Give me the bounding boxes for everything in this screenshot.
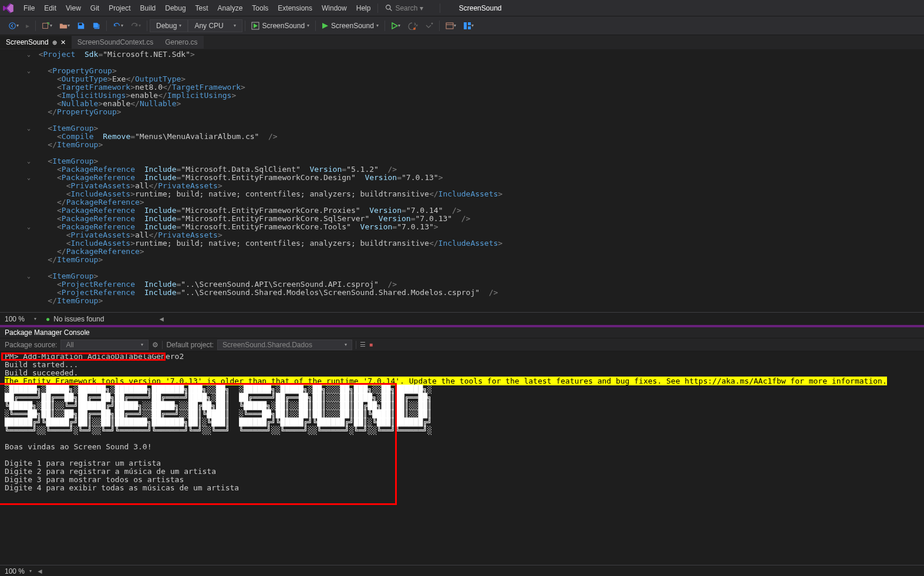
tab-screensound[interactable]: ScreenSound ⊕ ✕ bbox=[0, 36, 72, 49]
separator bbox=[377, 4, 378, 13]
start-without-debug-button[interactable]: ScreenSound▾ bbox=[318, 21, 382, 31]
menu-test[interactable]: Test bbox=[191, 2, 213, 15]
start-outline-button[interactable]: ▾ bbox=[387, 20, 404, 32]
menu-debug[interactable]: Debug bbox=[160, 2, 190, 15]
editor-statusbar: 100 % ▾ ● No issues found ◄ bbox=[0, 312, 924, 325]
new-button[interactable]: ▾ bbox=[38, 19, 56, 32]
code-editor[interactable]: ⌄ <Project Sdk="Microsoft.NET.Sdk"> ⌄ <P… bbox=[0, 49, 924, 312]
platform-label: Any CPU bbox=[194, 22, 223, 30]
save-all-button[interactable] bbox=[89, 19, 104, 32]
issues-label: No issues found bbox=[53, 315, 104, 323]
welcome-line: Boas vindas ao Screen Sound 3.0! bbox=[5, 443, 919, 451]
undo-button[interactable]: ▾ bbox=[109, 19, 127, 32]
separator bbox=[315, 21, 316, 31]
menubar: File Edit View Git Project Build Debug T… bbox=[0, 0, 924, 16]
code-line bbox=[0, 59, 924, 67]
code-line bbox=[0, 149, 924, 157]
redo-button[interactable]: ▾ bbox=[127, 19, 144, 32]
hot-reload-button[interactable]: ▾ bbox=[404, 19, 421, 32]
collapse-icon[interactable]: ⌄ bbox=[27, 124, 31, 133]
open-button[interactable]: ▾ bbox=[56, 19, 73, 32]
collapse-icon[interactable]: ⌄ bbox=[27, 272, 31, 280]
build-started-line: Build started... bbox=[5, 361, 919, 369]
code-line: <ImplicitUsings>enable</ImplicitUsings> bbox=[0, 92, 924, 100]
pin-icon[interactable]: ⊕ bbox=[52, 39, 57, 46]
vs-logo-icon bbox=[2, 2, 14, 14]
source-label: Package source: bbox=[5, 341, 57, 349]
menu-edit[interactable]: Edit bbox=[39, 2, 61, 15]
code-line: <TargetFramework>net8.0</TargetFramework… bbox=[0, 83, 924, 92]
clear-icon[interactable]: ■ bbox=[369, 341, 373, 348]
collapse-icon[interactable]: ⌄ bbox=[27, 223, 31, 231]
command-text: Add-Migration AdicaoDaTabelaGenero2 bbox=[23, 352, 184, 361]
svg-point-0 bbox=[386, 5, 390, 9]
warning-line: The Entity Framework tools version '7.0.… bbox=[5, 377, 887, 385]
zoom-level[interactable]: 100 % bbox=[5, 315, 25, 323]
list-icon[interactable]: ☰ bbox=[360, 341, 366, 348]
step-button[interactable] bbox=[421, 19, 437, 32]
tab-context[interactable]: ScreenSoundContext.cs bbox=[72, 36, 159, 49]
code-line: <PrivateAssets>all</PrivateAssets> bbox=[0, 231, 924, 239]
menu-window[interactable]: Window bbox=[317, 2, 352, 15]
bottom-statusbar: 100 % ▾ ◄ bbox=[0, 565, 924, 576]
separator bbox=[147, 21, 147, 31]
gear-icon[interactable]: ⚙ bbox=[152, 341, 159, 349]
config-label: Debug bbox=[156, 22, 177, 30]
package-manager-console[interactable]: PM> Add-Migration AdicaoDaTabelaGenero2 … bbox=[0, 351, 924, 565]
tab-genero[interactable]: Genero.cs bbox=[159, 36, 203, 49]
ascii-banner: ░██████╗░█████╗░██████╗░███████╗███████╗… bbox=[5, 385, 919, 435]
collapse-icon[interactable]: ⌄ bbox=[27, 67, 31, 75]
start-debug-button[interactable]: ScreenSound▾ bbox=[248, 21, 313, 31]
panel-title: Package Manager Console bbox=[0, 327, 924, 338]
menu-help[interactable]: Help bbox=[352, 2, 376, 15]
code-line: ⌄ <PropertyGroup> bbox=[0, 67, 924, 75]
nav-fwd-button[interactable]: ▸ bbox=[22, 19, 33, 32]
menu-view[interactable]: View bbox=[61, 2, 86, 15]
menu-analyze[interactable]: Analyze bbox=[213, 2, 248, 15]
build-succeeded-line: Build succeeded. bbox=[5, 369, 919, 377]
search-placeholder: Search ▾ bbox=[395, 4, 423, 12]
scroll-left-icon[interactable]: ◄ bbox=[158, 315, 165, 323]
panel-toolbar: Package source: All▾ ⚙ Default project: … bbox=[0, 338, 924, 351]
menu-extensions[interactable]: Extensions bbox=[273, 2, 317, 15]
editor-tabs: ScreenSound ⊕ ✕ ScreenSoundContext.cs Ge… bbox=[0, 35, 924, 49]
code-line: <ProjectReference Include="..\ScreenSoun… bbox=[0, 280, 924, 289]
menu-project[interactable]: Project bbox=[104, 2, 135, 15]
check-icon: ● bbox=[46, 315, 50, 323]
layout-button[interactable]: ▾ bbox=[460, 19, 477, 32]
browse-button[interactable]: ▾ bbox=[442, 19, 460, 32]
code-line: <PrivateAssets>all</PrivateAssets> bbox=[0, 182, 924, 190]
menu-git[interactable]: Git bbox=[86, 2, 104, 15]
source-dropdown[interactable]: All▾ bbox=[60, 340, 149, 350]
code-line: <ProjectReference Include="..\ScreenSoun… bbox=[0, 289, 924, 297]
menu-build[interactable]: Build bbox=[136, 2, 161, 15]
collapse-icon[interactable]: ⌄ bbox=[27, 174, 31, 182]
save-button[interactable] bbox=[73, 19, 89, 32]
nav-back-button[interactable]: ▾ bbox=[5, 19, 22, 32]
app-title: ScreenSound bbox=[443, 2, 518, 14]
search-box[interactable]: Search ▾ bbox=[380, 3, 437, 13]
code-line: ⌄ <PackageReference Include="Microsoft.E… bbox=[0, 223, 924, 231]
menu-file[interactable]: File bbox=[19, 2, 39, 15]
separator bbox=[385, 21, 385, 31]
issues-status[interactable]: ● No issues found bbox=[46, 315, 104, 323]
code-line: <PackageReference Include="Microsoft.Ent… bbox=[0, 215, 924, 223]
platform-dropdown[interactable]: Any CPU▾ bbox=[188, 19, 242, 32]
svg-rect-10 bbox=[464, 22, 467, 29]
close-icon[interactable]: ✕ bbox=[60, 39, 66, 46]
code-line bbox=[0, 116, 924, 124]
code-line: </PackageReference> bbox=[0, 198, 924, 206]
menu-tools[interactable]: Tools bbox=[247, 2, 273, 15]
scroll-left-icon[interactable]: ◄ bbox=[36, 567, 43, 575]
menu-line-3: Digite 3 para mostrar todos os artistas bbox=[5, 476, 919, 484]
collapse-icon[interactable]: ⌄ bbox=[27, 50, 31, 59]
code-line: <OutputType>Exe</OutputType> bbox=[0, 75, 924, 83]
separator bbox=[245, 21, 245, 31]
default-project-dropdown[interactable]: ScreenSound.Shared.Dados▾ bbox=[217, 340, 352, 350]
source-value: All bbox=[66, 341, 73, 349]
collapse-icon[interactable]: ⌄ bbox=[27, 157, 31, 165]
svg-point-2 bbox=[9, 22, 16, 29]
zoom-bottom[interactable]: 100 % bbox=[5, 567, 25, 575]
config-dropdown[interactable]: Debug▾ bbox=[150, 19, 188, 32]
menu-line-1: Digite 1 para registrar um artista bbox=[5, 459, 919, 467]
